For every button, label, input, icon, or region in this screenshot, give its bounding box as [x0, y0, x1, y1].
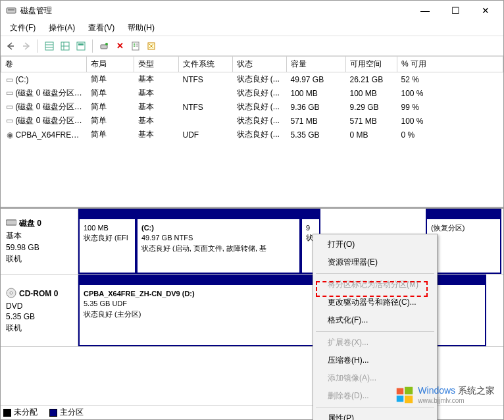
watermark-sub: 系统之家 — [458, 385, 495, 396]
menu-action[interactable]: 操作(A) — [42, 21, 82, 35]
col-percentfree[interactable]: % 可用 — [397, 57, 503, 72]
forward-button[interactable] — [19, 39, 34, 53]
col-filesystem[interactable]: 文件系统 — [179, 57, 233, 72]
cell-layout: 简单 — [87, 72, 134, 87]
col-volume[interactable]: 卷 — [1, 57, 87, 72]
col-status[interactable]: 状态 — [233, 57, 287, 72]
drive-icon: ▭ — [5, 116, 14, 125]
volume-name: CPBA_X64FRE_Z... — [16, 130, 87, 140]
disk-label[interactable]: 磁盘 0 基本 59.98 GB 联机 — [1, 209, 78, 274]
disk-state: 联机 — [6, 323, 72, 334]
menubar: 文件(F) 操作(A) 查看(V) 帮助(H) — [1, 20, 503, 36]
toolbar-showhide-icon[interactable] — [74, 39, 88, 53]
cell-layout: 简单 — [87, 86, 134, 100]
window-buttons: — ☐ ✕ — [410, 1, 501, 20]
delete-icon[interactable]: ✕ — [113, 39, 127, 53]
col-layout[interactable]: 布局 — [87, 57, 134, 72]
legend-swatch-blue — [49, 409, 57, 417]
cell-fs: UDF — [179, 128, 233, 142]
toolbar-grid2-icon[interactable] — [58, 39, 72, 53]
volume-name: (磁盘 0 磁盘分区 1) — [16, 88, 84, 97]
partition-body: 100 MB状态良好 (EFI — [80, 219, 135, 273]
partition[interactable]: (C:)49.97 GB NTFS状态良好 (启动, 页面文件, 故障转储, 基 — [136, 209, 301, 274]
disk-name: 磁盘 0 — [19, 218, 41, 229]
cm-extend: 扩展卷(X)... — [315, 334, 436, 352]
cell-free: 571 MB — [346, 114, 397, 128]
volume-list[interactable]: 卷 布局 类型 文件系统 状态 容量 可用空间 % 可用 ▭(C:)简单基本NT… — [1, 56, 503, 207]
disc-icon: ◉ — [5, 130, 14, 140]
svg-rect-2 — [45, 42, 53, 50]
cell-layout: 简单 — [87, 128, 134, 142]
volume-name: (磁盘 0 磁盘分区 5) — [16, 116, 84, 125]
disk-icon — [6, 219, 16, 228]
table-row[interactable]: ▭(磁盘 0 磁盘分区 5)简单基本状态良好 (...571 MB571 MB1… — [1, 114, 503, 128]
cm-properties[interactable]: 属性(P) — [315, 409, 436, 420]
disk-type: DVD — [6, 302, 72, 311]
volume-name: (磁盘 0 磁盘分区 4) — [16, 102, 84, 111]
volume-name: (C:) — [16, 75, 29, 84]
cm-format[interactable]: 格式化(F)... — [315, 311, 436, 329]
maximize-button[interactable]: ☐ — [440, 1, 470, 20]
cell-fs — [179, 86, 233, 100]
cm-separator — [316, 407, 434, 407]
svg-rect-22 — [405, 386, 413, 394]
legend-swatch-black — [3, 409, 11, 417]
cm-mark-active: 将分区标记为活动分区(M) — [315, 276, 436, 294]
col-type[interactable]: 类型 — [134, 57, 179, 72]
cell-type: 基本 — [134, 100, 179, 114]
disk-state: 联机 — [6, 253, 72, 265]
cell-fs: NTFS — [179, 72, 233, 87]
volume-table: 卷 布局 类型 文件系统 状态 容量 可用空间 % 可用 ▭(C:)简单基本NT… — [1, 56, 503, 142]
cell-free: 100 MB — [346, 86, 397, 100]
table-row[interactable]: ◉CPBA_X64FRE_Z...简单基本UDF状态良好 (...5.35 GB… — [1, 128, 503, 142]
partition-title: (C:) — [141, 223, 295, 233]
close-button[interactable]: ✕ — [470, 1, 501, 20]
svg-point-11 — [105, 43, 108, 45]
cell-layout: 简单 — [87, 114, 134, 128]
app-icon — [6, 5, 16, 16]
cell-status: 状态良好 (... — [233, 114, 287, 128]
svg-point-13 — [134, 43, 135, 45]
cell-pct: 100 % — [397, 114, 503, 128]
cm-open[interactable]: 打开(O) — [315, 236, 436, 253]
menu-help[interactable]: 帮助(H) — [121, 21, 161, 35]
refresh-icon[interactable] — [97, 39, 111, 53]
cell-capacity: 9.36 GB — [287, 100, 346, 114]
cm-change-letter[interactable]: 更改驱动器号和路径(C)... — [315, 294, 436, 311]
cell-pct: 99 % — [397, 100, 503, 114]
cell-pct: 52 % — [397, 72, 503, 87]
svg-rect-1 — [8, 9, 14, 11]
disc-icon — [6, 288, 16, 300]
toolbar: ✕ — [1, 36, 503, 56]
cm-explorer[interactable]: 资源管理器(E) — [315, 253, 436, 271]
partition-size: 9 — [306, 223, 315, 233]
back-button[interactable] — [3, 39, 18, 53]
cm-separator — [316, 331, 434, 332]
table-row[interactable]: ▭(C:)简单基本NTFS状态良好 (...49.97 GB26.21 GB52… — [1, 72, 503, 87]
disk1-partitions: CPBA_X64FRE_ZH-CN_DV9 (D:)5.35 GB UDF状态良… — [78, 275, 503, 346]
cell-type: 基本 — [134, 86, 179, 100]
minimize-button[interactable]: — — [410, 1, 440, 20]
properties-icon[interactable] — [128, 39, 143, 53]
toolbar-grid1-icon[interactable] — [42, 39, 57, 53]
menu-view[interactable]: 查看(V) — [82, 21, 121, 35]
svg-rect-24 — [405, 395, 413, 402]
cell-capacity: 5.35 GB — [287, 128, 346, 142]
cell-type: 基本 — [134, 72, 179, 87]
col-capacity[interactable]: 容量 — [287, 57, 346, 72]
cm-shrink[interactable]: 压缩卷(H)... — [315, 352, 436, 369]
partition[interactable]: 100 MB状态良好 (EFI — [78, 209, 136, 274]
table-row[interactable]: ▭(磁盘 0 磁盘分区 1)简单基本状态良好 (...100 MB100 MB1… — [1, 86, 503, 100]
cell-layout: 简单 — [87, 100, 134, 114]
disk-label[interactable]: CD-ROM 0 DVD 5.35 GB 联机 — [1, 275, 78, 346]
disk-size: 59.98 GB — [6, 243, 72, 252]
cell-type: 基本 — [134, 114, 179, 128]
settings-icon[interactable] — [144, 39, 159, 53]
menu-file[interactable]: 文件(F) — [3, 21, 42, 35]
col-freespace[interactable]: 可用空间 — [346, 57, 397, 72]
table-row[interactable]: ▭(磁盘 0 磁盘分区 4)简单基本NTFS状态良好 (...9.36 GB9.… — [1, 100, 503, 114]
toolbar-separator — [38, 39, 38, 53]
cell-free: 26.21 GB — [346, 72, 397, 87]
disk0-partitions: 100 MB状态良好 (EFI (C:)49.97 GB NTFS状态良好 (启… — [78, 209, 503, 274]
cell-capacity: 100 MB — [287, 86, 346, 100]
